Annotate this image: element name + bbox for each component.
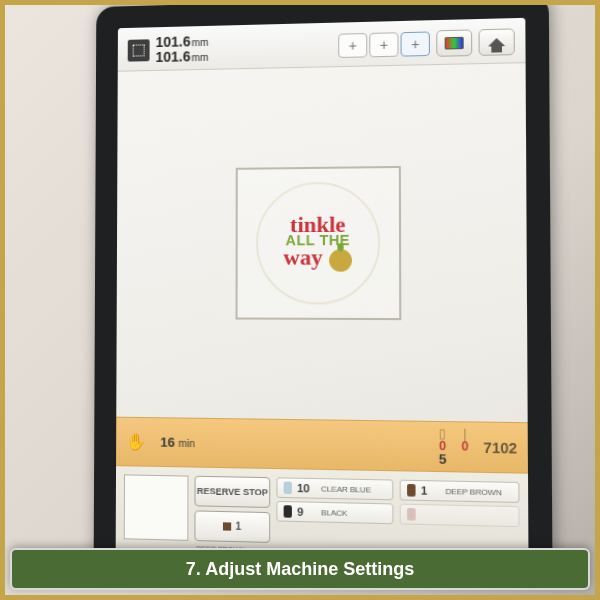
thread-number: 9: [297, 505, 316, 518]
dim-unit: mm: [192, 37, 209, 48]
home-button[interactable]: [478, 28, 514, 56]
thread-swatch: [284, 505, 292, 518]
ornament-icon: [329, 249, 352, 272]
thread-name: CLEAR BLUE: [321, 484, 371, 494]
thread-swatch: [284, 482, 292, 495]
reserve-stop-button[interactable]: RESERVE STOP: [194, 476, 270, 508]
thread-list: 10 CLEAR BLUE 9 BLACK: [276, 477, 393, 557]
tutorial-caption: 7. Adjust Machine Settings: [10, 548, 590, 590]
machine-bezel: 101.6mm 101.6mm + + +: [94, 0, 553, 575]
color-screen-icon: [445, 36, 464, 49]
design-canvas[interactable]: tinkle ALL THE way: [116, 64, 527, 423]
embroidery-design: tinkle ALL THE way: [284, 214, 353, 272]
current-color-indicator: 1: [194, 510, 270, 543]
time-unit: min: [179, 438, 195, 449]
design-thumbnail[interactable]: [124, 474, 189, 541]
thread-swatch: [407, 484, 416, 497]
hoop-size-button[interactable]: +: [338, 33, 367, 58]
time-remaining: 16: [160, 434, 175, 449]
thread-row[interactable]: 9 BLACK: [276, 501, 393, 524]
hoop-size-group: + + +: [338, 31, 430, 58]
embroidery-screen: 101.6mm 101.6mm + + +: [116, 18, 529, 574]
status-bar: ✋ 16 min ▯ 0 5 | 0 7102: [116, 417, 528, 474]
dim-unit2: mm: [192, 52, 209, 63]
thread-number: 10: [297, 482, 316, 495]
color-number: 1: [235, 522, 241, 532]
thread-row[interactable]: 10 CLEAR BLUE: [276, 477, 393, 500]
thread-name: BLACK: [321, 508, 347, 518]
design-dimensions: 101.6mm 101.6mm: [128, 34, 209, 65]
thread-row[interactable]: 1 DEEP BROWN: [400, 480, 520, 503]
stitch-count: 7102: [483, 439, 517, 456]
design-hoop-frame: tinkle ALL THE way: [236, 166, 402, 320]
thread-number: 1: [421, 484, 440, 497]
thread-swatch: [407, 508, 416, 521]
display-mode-button[interactable]: [436, 29, 472, 56]
color-swatch: [223, 522, 231, 530]
thread-row[interactable]: [400, 504, 520, 528]
dimension-icon: [128, 39, 150, 61]
design-text-line3: way: [284, 247, 323, 267]
hand-icon: ✋: [126, 432, 146, 452]
hoop-size-button[interactable]: +: [401, 31, 430, 56]
dim-height: 101.6: [156, 48, 191, 65]
hoop-size-button[interactable]: +: [369, 32, 398, 57]
thread-name: DEEP BROWN: [445, 486, 501, 497]
needle-status: | 0: [461, 428, 468, 467]
spool-status: ▯ 0 5: [439, 427, 447, 466]
home-icon: [488, 38, 505, 47]
tutorial-frame: 101.6mm 101.6mm + + +: [0, 0, 600, 600]
spool-bottom-value: 5: [439, 452, 447, 466]
